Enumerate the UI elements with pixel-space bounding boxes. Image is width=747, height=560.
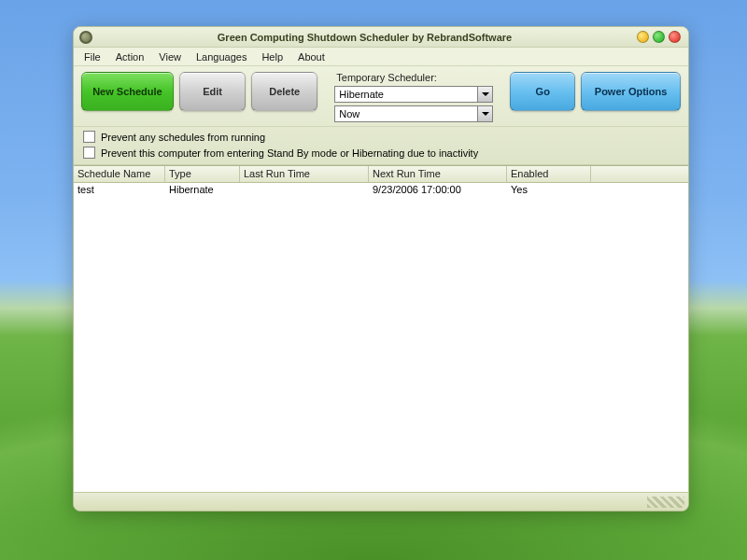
options-panel: Prevent any schedules from running Preve… [74, 127, 688, 165]
col-enabled[interactable]: Enabled [507, 166, 591, 182]
menu-help[interactable]: Help [255, 49, 289, 64]
action-select[interactable]: Hibernate [334, 86, 493, 103]
maximize-button[interactable] [653, 31, 665, 43]
app-window: Green Computing Shutdown Scheduler by Re… [73, 26, 689, 511]
time-select[interactable]: Now [334, 105, 493, 122]
close-button[interactable] [669, 31, 681, 43]
prevent-schedules-checkbox[interactable] [83, 131, 95, 143]
menu-file[interactable]: File [78, 49, 107, 64]
prevent-standby-checkbox[interactable] [83, 147, 95, 159]
col-schedule-name[interactable]: Schedule Name [74, 166, 165, 182]
col-last-run[interactable]: Last Run Time [240, 166, 369, 182]
cell-next-run: 9/23/2006 17:00:00 [369, 183, 507, 198]
titlebar[interactable]: Green Computing Shutdown Scheduler by Re… [74, 27, 688, 48]
delete-button[interactable]: Delete [251, 72, 317, 111]
temporary-scheduler-group: Temporary Scheduler: Hibernate Now [334, 72, 493, 122]
prevent-standby-label: Prevent this computer from entering Stan… [101, 147, 478, 159]
table-body[interactable]: test Hibernate 9/23/2006 17:00:00 Yes [74, 183, 688, 492]
statusbar [74, 492, 688, 511]
menu-languages[interactable]: Languages [190, 49, 253, 64]
menu-action[interactable]: Action [109, 49, 151, 64]
resize-grip-icon[interactable] [647, 497, 684, 508]
table-row[interactable]: test Hibernate 9/23/2006 17:00:00 Yes [74, 183, 688, 198]
edit-button[interactable]: Edit [179, 72, 246, 111]
go-button[interactable]: Go [510, 72, 575, 111]
cell-name: test [74, 183, 165, 198]
table-header: Schedule Name Type Last Run Time Next Ru… [74, 166, 688, 183]
minimize-button[interactable] [637, 31, 649, 43]
time-select-value: Now [339, 108, 359, 119]
menu-about[interactable]: About [291, 49, 331, 64]
cell-last-run [240, 183, 369, 198]
col-type[interactable]: Type [165, 166, 240, 182]
chevron-down-icon [477, 87, 492, 102]
window-title: Green Computing Shutdown Scheduler by Re… [92, 32, 637, 43]
cell-enabled: Yes [507, 183, 591, 198]
prevent-schedules-label: Prevent any schedules from running [101, 132, 265, 143]
col-spacer [591, 166, 688, 182]
new-schedule-button[interactable]: New Schedule [81, 72, 174, 111]
power-options-button[interactable]: Power Options [581, 72, 681, 111]
chevron-down-icon [477, 106, 492, 121]
temporary-scheduler-label: Temporary Scheduler: [334, 72, 493, 83]
toolbar: New Schedule Edit Delete Temporary Sched… [74, 66, 688, 127]
col-next-run[interactable]: Next Run Time [369, 166, 507, 182]
cell-type: Hibernate [165, 183, 240, 198]
schedule-table: Schedule Name Type Last Run Time Next Ru… [74, 165, 688, 492]
action-select-value: Hibernate [339, 89, 384, 100]
menu-view[interactable]: View [152, 49, 188, 64]
app-icon [79, 31, 92, 44]
menubar: File Action View Languages Help About [74, 48, 688, 66]
